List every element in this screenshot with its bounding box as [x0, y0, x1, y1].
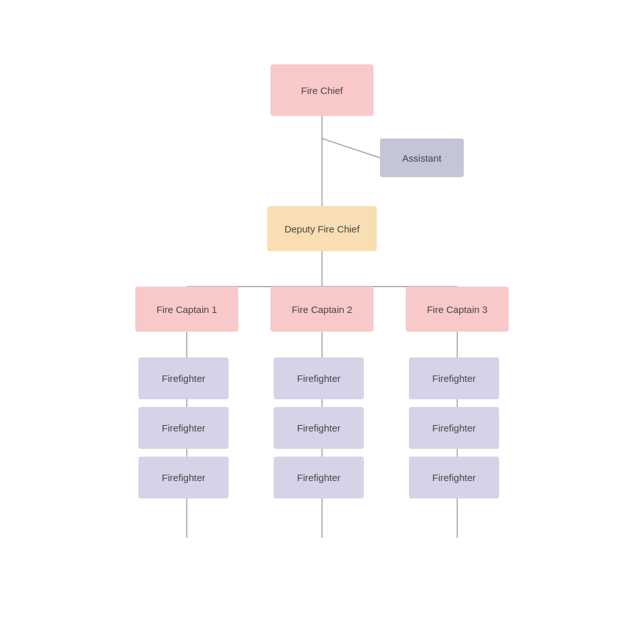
ff-label: Firefighter — [162, 373, 205, 384]
deputy-label: Deputy Fire Chief — [285, 223, 360, 234]
assistant-label: Assistant — [402, 153, 442, 164]
firefighter-2-3: Firefighter — [274, 457, 364, 498]
ff-label: Firefighter — [432, 373, 476, 384]
ff-label: Firefighter — [432, 472, 476, 483]
ff-label: Firefighter — [162, 472, 205, 483]
firefighter-3-1: Firefighter — [409, 357, 499, 399]
captain1-node: Fire Captain 1 — [135, 287, 238, 332]
captain1-label: Fire Captain 1 — [156, 304, 217, 315]
ff-label: Firefighter — [297, 472, 341, 483]
ff-label: Firefighter — [297, 422, 341, 433]
firefighter-3-3: Firefighter — [409, 457, 499, 498]
assistant-node: Assistant — [380, 138, 464, 177]
fire-chief-node: Fire Chief — [270, 64, 374, 116]
deputy-node: Deputy Fire Chief — [267, 206, 377, 251]
captain3-label: Fire Captain 3 — [427, 304, 488, 315]
svg-line-1 — [322, 138, 380, 158]
firefighter-2-1: Firefighter — [274, 357, 364, 399]
firefighter-column-3: Firefighter Firefighter Firefighter — [409, 357, 499, 498]
firefighter-1-1: Firefighter — [138, 357, 229, 399]
org-chart: Fire Chief Assistant Deputy Fire Chief F… — [0, 0, 644, 644]
ff-label: Firefighter — [432, 422, 476, 433]
firefighter-column-1: Firefighter Firefighter Firefighter — [138, 357, 229, 498]
firefighter-3-2: Firefighter — [409, 407, 499, 449]
captain2-label: Fire Captain 2 — [292, 304, 352, 315]
captain2-node: Fire Captain 2 — [270, 287, 374, 332]
ff-label: Firefighter — [162, 422, 205, 433]
firefighter-1-2: Firefighter — [138, 407, 229, 449]
firefighter-column-2: Firefighter Firefighter Firefighter — [274, 357, 364, 498]
captain3-node: Fire Captain 3 — [406, 287, 509, 332]
fire-chief-label: Fire Chief — [301, 85, 343, 96]
firefighter-1-3: Firefighter — [138, 457, 229, 498]
ff-label: Firefighter — [297, 373, 341, 384]
firefighter-2-2: Firefighter — [274, 407, 364, 449]
